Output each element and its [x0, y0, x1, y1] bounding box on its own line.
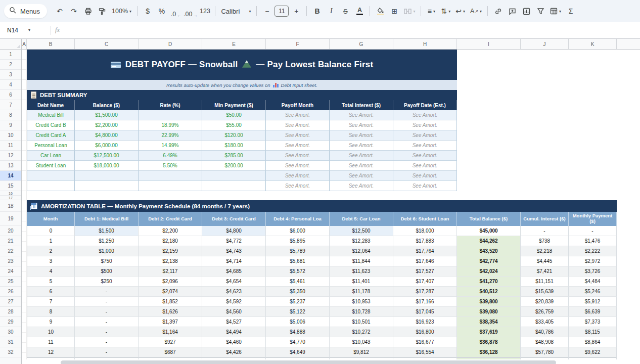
cell[interactable]: $12,064 [330, 246, 393, 256]
cell[interactable]: $10,728 [330, 307, 393, 317]
cell[interactable]: $4,560 [202, 307, 266, 317]
cell[interactable]: $12,500 [330, 226, 393, 236]
cell[interactable]: $4,623 [202, 287, 266, 297]
cell[interactable]: See Amort. [393, 141, 457, 151]
cell[interactable]: $1,500 [75, 226, 139, 236]
cell[interactable]: 1 [27, 236, 75, 246]
cell[interactable]: $12,283 [330, 236, 393, 246]
cell[interactable] [139, 110, 202, 120]
text-wrap-button[interactable]: ↩ ▾ [453, 5, 467, 18]
cell[interactable] [202, 171, 266, 181]
paint-format-button[interactable] [96, 5, 109, 18]
row-header[interactable]: 24 [0, 266, 21, 277]
amortization-header-cell[interactable]: Monthly Payment ($) [569, 212, 617, 226]
cell[interactable]: $4,743 [202, 246, 266, 256]
cell[interactable]: See Amort. [330, 120, 393, 130]
italic-button[interactable]: I [325, 5, 338, 18]
cell[interactable]: $1,164 [139, 327, 202, 337]
cell[interactable]: Personal Loan [27, 141, 75, 151]
font-family-select[interactable]: Calibri ▾ [219, 5, 253, 18]
cell[interactable]: $5,237 [266, 297, 330, 307]
cell[interactable]: $17,045 [393, 307, 457, 317]
cell[interactable]: See Amort. [330, 181, 393, 191]
row-header[interactable]: 16 [0, 191, 21, 196]
row-header[interactable]: 9 [0, 120, 21, 130]
menus-search-button[interactable]: Menus [4, 4, 47, 18]
cell[interactable]: $17,287 [393, 287, 457, 297]
amortization-header-cell[interactable]: Debt 6: Student Loan [393, 212, 457, 226]
cell[interactable]: $12,500.00 [75, 151, 139, 161]
cell[interactable]: $36,878 [457, 337, 521, 347]
cell[interactable]: $45,000 [457, 226, 521, 236]
cell[interactable] [202, 357, 266, 359]
cell[interactable]: See Amort. [330, 110, 393, 120]
cell[interactable]: 2 [27, 246, 75, 256]
cell[interactable]: $5,006 [266, 317, 330, 327]
cell[interactable]: $2,096 [139, 277, 202, 287]
cell[interactable]: $927 [139, 337, 202, 347]
cell[interactable]: $2,200.00 [75, 120, 139, 130]
cell[interactable]: $42,024 [457, 266, 521, 277]
amortization-header-cell[interactable]: Debt 2: Credit Card [139, 212, 202, 226]
cell[interactable]: $4,770 [266, 337, 330, 347]
cell[interactable]: See Amort. [330, 151, 393, 161]
cell[interactable]: 3 [27, 256, 75, 266]
row-header[interactable]: 17 [0, 196, 21, 200]
cell[interactable]: 22.99% [139, 130, 202, 141]
column-header[interactable]: B [27, 39, 75, 49]
cell[interactable]: $4,527 [202, 317, 266, 327]
name-box[interactable]: N14 ▾ [0, 27, 47, 34]
cell[interactable] [266, 357, 330, 359]
cell[interactable]: $4,800.00 [75, 130, 139, 141]
column-header[interactable]: H [393, 39, 457, 49]
row-header[interactable]: 25 [0, 277, 21, 287]
column-header[interactable]: G [330, 39, 393, 49]
cell[interactable]: $3,726 [569, 266, 617, 277]
cell[interactable] [27, 171, 75, 181]
cell[interactable]: $120.00 [202, 130, 266, 141]
cell[interactable]: $1,397 [139, 317, 202, 327]
row-header[interactable]: 32 [0, 347, 21, 357]
cell[interactable]: $57,780 [521, 347, 569, 357]
redo-button[interactable]: ↷ [67, 5, 80, 18]
cell[interactable]: $1,476 [569, 236, 617, 246]
cell[interactable]: $4,772 [202, 236, 266, 246]
cell[interactable]: $750 [75, 256, 139, 266]
print-button[interactable] [81, 5, 95, 18]
vertical-align-button[interactable]: ⇅ ▾ [439, 5, 452, 18]
row-header[interactable]: 11 [0, 141, 21, 151]
cell[interactable]: $4,426 [202, 347, 266, 357]
cell[interactable] [139, 181, 202, 191]
cell[interactable]: $4,445 [521, 256, 569, 266]
cell[interactable]: $180.00 [202, 141, 266, 151]
row-header[interactable]: 10 [0, 130, 21, 141]
cell[interactable]: See Amort. [266, 110, 330, 120]
cell[interactable]: $5,912 [569, 297, 617, 307]
cell[interactable]: $16,554 [393, 347, 457, 357]
cell[interactable]: $40,512 [457, 287, 521, 297]
cell[interactable]: $43,520 [457, 246, 521, 256]
cell[interactable]: $10,953 [330, 297, 393, 307]
cell[interactable]: $40,786 [521, 327, 569, 337]
cell[interactable]: $17,527 [393, 266, 457, 277]
amortization-header-cell[interactable]: Debt 1: Medical Bill [75, 212, 139, 226]
column-header[interactable]: I [457, 39, 521, 49]
undo-button[interactable]: ↶ [53, 5, 66, 18]
cell[interactable]: $285.00 [202, 151, 266, 161]
row-header[interactable]: 26 [0, 287, 21, 297]
functions-button[interactable]: Σ [564, 5, 577, 18]
cell[interactable]: $5,789 [266, 246, 330, 256]
cell[interactable]: $1,250 [75, 236, 139, 246]
cell[interactable]: Car Loan [27, 151, 75, 161]
amortization-section-header[interactable]: AMORTIZATION TABLE — Monthly Payment Sch… [27, 200, 617, 212]
summary-header-cell[interactable]: Debt Name [27, 100, 75, 110]
cell[interactable]: - [75, 307, 139, 317]
decrease-font-size-button[interactable]: − [260, 5, 273, 18]
cell[interactable]: $200.00 [202, 161, 266, 171]
cell[interactable]: $11,623 [330, 266, 393, 277]
cell[interactable]: $55.00 [202, 120, 266, 130]
row-header[interactable]: 31 [0, 337, 21, 347]
summary-header-cell[interactable]: Rate (%) [139, 100, 202, 110]
row-header[interactable]: 23 [0, 256, 21, 266]
cell[interactable]: $39,800 [457, 297, 521, 307]
